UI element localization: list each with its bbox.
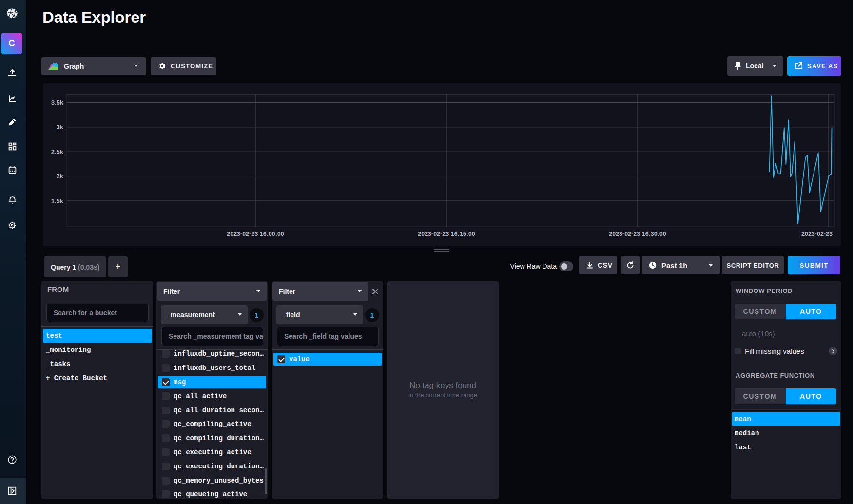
svg-text:2.5k: 2.5k [51,148,64,155]
svg-text:2023-02-23 16:15:00: 2023-02-23 16:15:00 [418,231,475,237]
svg-text:1.5k: 1.5k [51,197,64,205]
svg-text:2023-02-23 16:30:00: 2023-02-23 16:30:00 [609,231,666,237]
svg-text:2k: 2k [57,173,64,180]
svg-text:3k: 3k [57,123,64,131]
svg-text:2023-02-23 16:00:00: 2023-02-23 16:00:00 [227,231,284,237]
svg-text:3.5k: 3.5k [51,99,64,106]
svg-text:2023-02-23: 2023-02-23 [801,231,833,237]
